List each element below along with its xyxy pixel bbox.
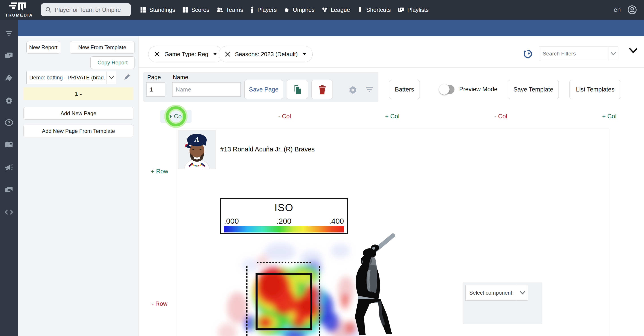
nav-players[interactable]: Players (246, 6, 280, 14)
glossary-icon[interactable] (0, 134, 18, 156)
pencil-icon (123, 73, 131, 81)
legend-gradient-bar (224, 226, 344, 232)
page-filter-button[interactable] (365, 86, 374, 94)
nav-league[interactable]: League (318, 6, 354, 14)
chevron-down-icon (517, 285, 528, 300)
tags-icon[interactable] (0, 67, 18, 89)
copy-page-icon (293, 84, 302, 94)
help-icon[interactable]: ? (0, 112, 18, 134)
main-content: Game Type: Reg Seasons: 2023 (Default) (139, 36, 644, 336)
user-avatar-icon[interactable] (628, 5, 637, 14)
nav-label: Playlists (407, 6, 428, 14)
media-icon[interactable] (0, 178, 18, 201)
players-icon (250, 6, 255, 13)
standings-icon (140, 6, 146, 13)
page-settings-button[interactable] (348, 84, 358, 95)
delete-page-button[interactable] (312, 80, 333, 99)
umpires-icon (284, 6, 290, 13)
copy-report-button[interactable]: Copy Report (90, 56, 135, 69)
nav-playlists[interactable]: Playlists (394, 6, 432, 14)
report-select-value: Demo: batting - PRIVATE (brad... (27, 71, 106, 84)
search-filters-input[interactable] (539, 47, 608, 60)
add-col-button-3[interactable]: + Col (602, 113, 616, 120)
legend-tick-mid: .200 (276, 217, 291, 226)
announcements-icon[interactable] (0, 156, 18, 178)
collapse-filters-button[interactable] (629, 48, 638, 54)
shortcuts-icon (357, 6, 364, 13)
nav-label: Shortcuts (366, 6, 391, 14)
add-row-button[interactable]: + Row (151, 168, 168, 175)
report-select[interactable]: Demo: batting - PRIVATE (brad... (26, 71, 116, 84)
duplicate-page-button[interactable] (287, 80, 308, 99)
add-new-page-button[interactable]: Add New Page (24, 107, 133, 120)
name-label: Name (173, 74, 188, 81)
nav-label: Umpires (293, 6, 314, 14)
page-number-input[interactable] (146, 82, 165, 97)
filter-lines-icon (365, 86, 374, 94)
zone-dashed-line-right (319, 266, 320, 336)
heatmap-legend: ISO .000 .200 .400 (220, 198, 348, 234)
svg-text:?: ? (8, 120, 10, 125)
batters-button[interactable]: Batters (389, 80, 420, 99)
toggle-knob (439, 84, 450, 95)
remove-col-button-2[interactable]: - Col (494, 113, 507, 120)
global-search[interactable] (41, 3, 131, 16)
history-icon (523, 49, 533, 59)
primary-nav: Standings Scores Teams (136, 6, 432, 14)
remove-col-button-1[interactable]: - Col (278, 113, 291, 120)
trash-icon (318, 84, 326, 94)
filter-bar: Game Type: Reg Seasons: 2023 (Default) (139, 36, 644, 68)
search-filters-combobox[interactable] (539, 46, 618, 61)
close-icon[interactable] (154, 51, 160, 57)
remove-row-button[interactable]: - Row (152, 300, 168, 307)
nav-label: League (331, 6, 350, 14)
empty-component-cell: Select component (463, 282, 542, 324)
filter-icon[interactable] (0, 22, 18, 44)
locale-selector[interactable]: en (614, 6, 621, 14)
add-col-button-2[interactable]: + Col (385, 113, 400, 120)
nav-scores[interactable]: Scores (178, 6, 213, 14)
embed-code-icon[interactable] (0, 201, 18, 223)
add-new-page-from-template-button[interactable]: Add New Page From Template (24, 124, 133, 137)
search-icon (45, 6, 52, 14)
caret-down-icon (213, 52, 217, 56)
gear-icon (348, 84, 358, 94)
global-search-input[interactable] (54, 6, 127, 14)
side-rail: ? (0, 20, 18, 336)
trumedia-logo[interactable]: TRUMEDIA (0, 0, 38, 20)
save-template-button[interactable]: Save Template (508, 80, 559, 99)
legend-ticks: .000 .200 .400 (221, 217, 346, 226)
nav-shortcuts[interactable]: Shortcuts (353, 6, 394, 14)
chevron-down-icon[interactable] (608, 47, 618, 60)
save-page-button[interactable]: Save Page (244, 80, 283, 99)
preview-mode-label: Preview Mode (459, 86, 498, 93)
filter-chip-label: Seasons: 2023 (Default) (235, 51, 298, 58)
edit-report-button[interactable] (123, 73, 131, 82)
nav-teams[interactable]: Teams (213, 6, 246, 14)
nav-umpires[interactable]: Umpires (280, 6, 318, 14)
svg-text:A: A (194, 136, 199, 143)
component-select[interactable]: Select component (466, 285, 528, 301)
brand-text: TRUMEDIA (5, 13, 33, 18)
settings-icon[interactable] (0, 89, 18, 112)
close-icon[interactable] (225, 51, 230, 57)
league-icon (321, 6, 328, 13)
add-col-button-1[interactable]: + Col (169, 113, 183, 120)
filter-history-button[interactable] (523, 49, 533, 60)
filter-chip-seasons[interactable]: Seasons: 2023 (Default) (218, 46, 312, 62)
new-from-template-button[interactable]: New From Template (70, 41, 135, 54)
component-select-placeholder: Select component (466, 285, 517, 300)
page-label: Page (147, 74, 161, 81)
teams-icon (216, 6, 223, 13)
caret-down-icon (302, 52, 306, 56)
page-list-item-1[interactable]: 1 - (24, 87, 133, 100)
report-panel: New Report New From Template Copy Report… (18, 36, 139, 336)
trumedia-logo-icon (7, 2, 31, 12)
page-name-input[interactable] (172, 82, 240, 97)
nav-standings[interactable]: Standings (136, 6, 178, 14)
new-report-button[interactable]: New Report (26, 41, 60, 54)
preview-mode-toggle[interactable] (440, 85, 454, 94)
filter-chip-game-type[interactable]: Game Type: Reg (148, 46, 223, 62)
video-playlists-icon[interactable] (0, 44, 18, 67)
list-templates-button[interactable]: List Templates (570, 80, 621, 99)
